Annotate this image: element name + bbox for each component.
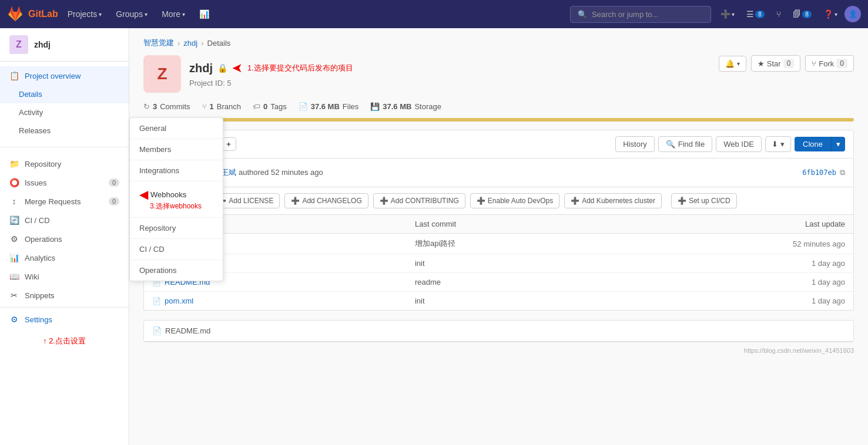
nav-stats[interactable]: 📊	[195, 7, 214, 21]
btn-setup-cicd[interactable]: ➕ Set up CI/CD	[671, 193, 737, 208]
web-ide-button[interactable]: Web IDE	[716, 136, 762, 152]
file-table-header: Name Last commit Last update	[144, 215, 854, 234]
sidebar-project-avatar: Z	[9, 35, 28, 54]
issues-badge: 8	[802, 11, 812, 18]
sidebar-label-repository: Repository	[25, 160, 61, 168]
table-row: 📄 README.md readme 1 day ago	[144, 273, 854, 292]
sidebar-project-header: Z zhdj	[0, 28, 129, 62]
project-name-row: zhdj 🔒 ➤ 1.选择要提交代码后发布的项目	[189, 60, 353, 76]
sidebar-item-details[interactable]: Details	[0, 85, 129, 103]
download-icon: ⬇	[772, 140, 778, 149]
settings-icon: ⚙	[9, 315, 19, 324]
sidebar-label-issues: Issues	[25, 178, 47, 187]
clone-button[interactable]: Clone	[795, 137, 831, 151]
find-file-button[interactable]: 🔍 Find file	[658, 136, 713, 152]
merge-request-button[interactable]: ⑂	[772, 7, 786, 21]
commit-info: 增加api路径 王斌 authored 52 minutes ago 6fb10…	[143, 159, 854, 187]
layout: Z zhdj 📋 Project overview Details Activi…	[0, 28, 868, 445]
sidebar-section-overview: 📋 Project overview Details Activity Rele…	[0, 62, 129, 144]
sidebar-item-issues[interactable]: ⭕ Issues 0	[0, 173, 129, 192]
stat-tags[interactable]: 🏷 0 Tags	[253, 102, 287, 111]
kubernetes-icon: ➕	[571, 197, 579, 205]
star-button[interactable]: ★ Star 0	[751, 55, 801, 72]
project-info: Z zhdj 🔒 ➤ 1.选择要提交代码后发布的项目 Project ID: 5	[143, 55, 353, 93]
fork-button[interactable]: ⑂ Fork 0	[805, 55, 854, 72]
breadcrumb: 智慧觉建 › zhdj › Details	[143, 38, 854, 48]
sidebar-item-settings[interactable]: ⚙ Settings	[0, 310, 129, 329]
sidebar-item-analytics[interactable]: 📊 Analytics	[0, 248, 129, 267]
btn-enable-devops[interactable]: ➕ Enable Auto DevOps	[470, 193, 559, 208]
commit-time: 52 minutes ago	[271, 168, 323, 177]
todo-icon: ☰	[746, 9, 754, 19]
search-bar: 🔍	[570, 6, 711, 23]
search-input[interactable]	[592, 10, 698, 19]
progress-bar	[143, 118, 854, 122]
stat-commits[interactable]: ↻ 3 Commits	[143, 102, 190, 111]
logo-text: GitLab	[28, 9, 58, 19]
sidebar-item-repository[interactable]: 📁 Repository	[0, 154, 129, 173]
find-icon: 🔍	[666, 140, 675, 149]
download-button[interactable]: ⬇ ▾	[765, 136, 791, 152]
sidebar-label-analytics: Analytics	[25, 254, 55, 262]
sidebar-label-project-overview: Project overview	[25, 72, 81, 80]
settings-webhooks[interactable]: ◀ Webhooks 3.选择webhooks	[130, 181, 223, 218]
project-overview-icon: 📋	[9, 71, 19, 80]
tag-icon: 🏷	[253, 102, 260, 111]
create-button[interactable]: ➕ ▾	[716, 7, 739, 21]
sidebar-item-snippets[interactable]: ✂ Snippets	[0, 286, 129, 305]
annotation-webhooks: 3.选择webhooks	[139, 201, 213, 211]
btn-add-contributing[interactable]: ➕ Add CONTRIBUTING	[373, 193, 465, 208]
snippets-icon: ✂	[9, 291, 19, 300]
user-avatar[interactable]: 👤	[844, 6, 861, 22]
breadcrumb-project[interactable]: zhdj	[183, 39, 197, 48]
nav-groups[interactable]: Groups ▾	[111, 7, 152, 21]
devops-icon: ➕	[477, 197, 485, 205]
project-id: Project ID: 5	[189, 78, 353, 87]
file-commit-readme-md: readme	[407, 273, 610, 292]
col-last-update: Last update	[610, 215, 853, 234]
project-name-arrow: ➤	[232, 60, 243, 76]
sidebar-item-wiki[interactable]: 📖 Wiki	[0, 267, 129, 286]
breadcrumb-root[interactable]: 智慧觉建	[143, 38, 174, 48]
branch-count: 1	[210, 102, 214, 111]
settings-repository[interactable]: Repository	[130, 218, 223, 239]
file-icon-pom-xml: 📄	[152, 297, 161, 305]
issues-button[interactable]: 🗐 8	[788, 7, 816, 21]
sidebar-item-project-overview[interactable]: 📋 Project overview	[0, 66, 129, 85]
file-table: Name Last commit Last update 📁 admin-web…	[143, 215, 854, 311]
file-link-pom-xml[interactable]: 📄 pom.xml	[152, 296, 398, 305]
settings-members[interactable]: Members	[130, 139, 223, 160]
copy-hash-button[interactable]: ⧉	[840, 168, 845, 177]
sidebar-item-cicd[interactable]: 🔄 CI / CD	[0, 211, 129, 230]
history-button[interactable]: History	[615, 136, 654, 152]
path-add-button[interactable]: +	[221, 137, 236, 151]
gitlab-logo[interactable]: GitLab	[7, 6, 58, 22]
settings-cicd[interactable]: CI / CD	[130, 239, 223, 260]
stat-branches[interactable]: ⑂ 1 Branch	[202, 102, 241, 111]
sidebar-item-releases[interactable]: Releases	[0, 122, 129, 140]
sidebar-item-merge-requests[interactable]: ↕ Merge Requests 0	[0, 192, 129, 211]
project-header: Z zhdj 🔒 ➤ 1.选择要提交代码后发布的项目 Project ID: 5	[143, 55, 854, 93]
tag-label: Tags	[270, 102, 286, 111]
watch-button[interactable]: 🔔 ▾	[719, 56, 746, 72]
search-icon: 🔍	[578, 10, 587, 19]
settings-integrations[interactable]: Integrations	[130, 160, 223, 181]
file-time-readme-md: 1 day ago	[610, 273, 853, 292]
btn-add-kubernetes[interactable]: ➕ Add Kubernetes cluster	[564, 193, 662, 208]
sidebar-item-operations[interactable]: ⚙ Operations	[0, 230, 129, 248]
settings-operations[interactable]: Operations	[130, 260, 223, 281]
commit-author-link[interactable]: 王斌	[221, 168, 236, 177]
table-row: 📁 admin-web 增加api路径 52 minutes ago	[144, 234, 854, 254]
sidebar-item-activity[interactable]: Activity	[0, 103, 129, 122]
fork-icon: ⑂	[812, 59, 816, 68]
todo-button[interactable]: ☰ 8	[742, 7, 769, 21]
btn-add-changelog[interactable]: ➕ Add CHANGELOG	[284, 193, 368, 208]
clone-caret-button[interactable]: ▾	[831, 137, 845, 151]
nav-more[interactable]: More ▾	[157, 7, 190, 21]
help-button[interactable]: ❓ ▾	[819, 7, 842, 21]
settings-general[interactable]: General	[130, 118, 223, 139]
cicd-icon: 🔄	[9, 215, 19, 225]
cicd-setup-icon: ➕	[678, 197, 686, 205]
sidebar-label-cicd: CI / CD	[25, 216, 50, 225]
nav-projects[interactable]: Projects ▾	[63, 7, 107, 21]
